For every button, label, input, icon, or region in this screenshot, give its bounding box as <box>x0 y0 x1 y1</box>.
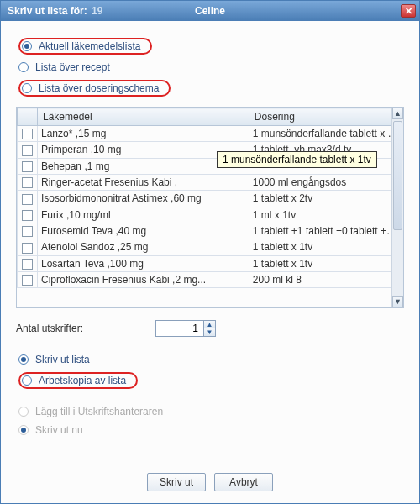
row-checkbox-cell <box>18 158 38 174</box>
row-checkbox[interactable] <box>22 259 33 270</box>
cell-dosage: 1 ml x 1tv <box>249 207 402 223</box>
row-checkbox[interactable] <box>22 194 33 205</box>
cell-medication: Isosorbidmononitrat Astimex ,60 mg <box>38 191 249 207</box>
cancel-button[interactable]: Avbryt <box>214 473 273 491</box>
list-type-radio-group: Aktuell läkemedelslistaLista över recept… <box>16 33 404 102</box>
dialog-content: Aktuell läkemedelslistaLista över recept… <box>1 21 419 503</box>
radio-label: Lägg till i Utskriftshanteraren <box>35 406 163 417</box>
table-row[interactable]: Lanzo* ,15 mg1 munsönderfallande tablett… <box>18 126 403 142</box>
chevron-up-icon: ▲ <box>394 109 402 118</box>
medication-table-body: Lanzo* ,15 mg1 munsönderfallande tablett… <box>18 126 403 288</box>
radio-label: Lista över recept <box>35 61 110 73</box>
table-row[interactable]: Losartan Teva ,100 mg1 tablett x 1tv <box>18 255 403 271</box>
chevron-up-icon: ▲ <box>207 321 213 328</box>
radio-icon <box>22 41 32 51</box>
row-checkbox[interactable] <box>22 275 33 286</box>
table-row[interactable]: Ciprofloxacin Fresenius Kabi ,2 mg...200… <box>18 271 403 287</box>
dispatch-radio-group: Lägg till i UtskriftshanterarenSkriv ut … <box>16 401 404 441</box>
radio-icon <box>18 407 29 417</box>
highlight-circle: Lista över doseringschema <box>18 80 171 97</box>
row-checkbox[interactable] <box>22 177 33 188</box>
row-checkbox-cell <box>18 223 38 239</box>
dosage-tooltip: 1 munsönderfallande tablett x 1tv <box>217 151 377 168</box>
print-button[interactable]: Skriv ut <box>147 473 206 491</box>
output-mode-option-skrivut[interactable]: Skriv ut lista <box>16 352 404 367</box>
cell-medication: Atenolol Sandoz ,25 mg <box>38 239 249 255</box>
radio-icon <box>22 375 32 386</box>
row-checkbox[interactable] <box>22 161 33 172</box>
dialog-footer: Skriv ut Avbryt <box>16 465 404 495</box>
table-row[interactable]: Isosorbidmononitrat Astimex ,60 mg1 tabl… <box>18 191 403 207</box>
col-checkbox <box>18 108 38 126</box>
output-mode-radio-group: Skriv ut listaArbetskopia av lista <box>16 349 404 394</box>
list-type-option-aktuell[interactable]: Aktuell läkemedelslista <box>16 36 404 56</box>
row-checkbox-cell <box>18 174 38 190</box>
row-checkbox[interactable] <box>22 226 33 237</box>
row-checkbox-cell <box>18 255 38 271</box>
radio-icon <box>18 354 29 365</box>
print-count-row: Antal utskrifter: ▲ ▼ <box>16 320 404 337</box>
row-checkbox[interactable] <box>22 243 33 254</box>
table-row[interactable]: Ringer-acetat Fresenius Kabi ,1000 ml en… <box>18 174 403 190</box>
cell-dosage: 1 tablett +1 tablett +0 tablett +0 tabl.… <box>249 223 402 239</box>
cell-dosage: 200 ml kl 8 <box>249 271 402 287</box>
cell-dosage: 1 munsönderfallande tablett x 1tv <box>249 126 402 142</box>
cell-medication: Lanzo* ,15 mg <box>38 126 249 142</box>
scroll-down-button[interactable]: ▼ <box>392 296 403 307</box>
cell-dosage: 1000 ml engångsdos <box>249 174 402 190</box>
print-count-input[interactable] <box>156 321 203 336</box>
title-id: 19 <box>92 5 102 17</box>
close-button[interactable]: ✕ <box>401 4 416 18</box>
scroll-thumb[interactable] <box>393 121 402 230</box>
col-medication[interactable]: Läkemedel <box>38 108 249 126</box>
spinner-up[interactable]: ▲ <box>204 321 215 328</box>
cell-medication: Ringer-acetat Fresenius Kabi , <box>38 174 249 190</box>
radio-label: Skriv ut lista <box>35 354 90 365</box>
output-mode-option-arbetskopia[interactable]: Arbetskopia av lista <box>16 370 404 391</box>
cell-dosage: 1 tablett x 1tv <box>249 255 402 271</box>
radio-icon <box>18 62 29 72</box>
row-checkbox-cell <box>18 239 38 255</box>
print-count-spinner: ▲ ▼ <box>155 320 216 337</box>
row-checkbox-cell <box>18 142 38 158</box>
radio-icon <box>22 83 32 93</box>
cell-medication: Ciprofloxacin Fresenius Kabi ,2 mg... <box>38 271 249 287</box>
table-scrollbar: ▲ ▼ <box>391 108 403 307</box>
chevron-down-icon: ▼ <box>207 328 213 336</box>
title-prefix-text: Skriv ut lista för: <box>8 5 87 17</box>
titlebar: Skriv ut lista för: 19 Celine ✕ <box>1 1 419 21</box>
dispatch-option-hanterare: Lägg till i Utskriftshanteraren <box>16 404 404 419</box>
dispatch-option-nu: Skriv ut nu <box>16 423 404 438</box>
cell-medication: Losartan Teva ,100 mg <box>38 255 249 271</box>
list-type-option-recept[interactable]: Lista över recept <box>16 60 404 75</box>
spinner-down[interactable]: ▼ <box>204 328 215 336</box>
row-checkbox-cell <box>18 126 38 142</box>
col-dosage[interactable]: Dosering <box>249 108 402 126</box>
radio-label: Aktuell läkemedelslista <box>39 40 140 52</box>
chevron-down-icon: ▼ <box>394 297 402 306</box>
radio-label: Skriv ut nu <box>35 424 83 436</box>
row-checkbox[interactable] <box>22 129 33 139</box>
list-type-option-dosering[interactable]: Lista över doseringschema <box>16 78 404 98</box>
table-row[interactable]: Furix ,10 mg/ml1 ml x 1tv <box>18 207 403 223</box>
table-row[interactable]: Atenolol Sandoz ,25 mg1 tablett x 1tv <box>18 239 403 255</box>
row-checkbox[interactable] <box>22 210 33 221</box>
scroll-up-button[interactable]: ▲ <box>392 108 403 119</box>
radio-label: Arbetskopia av lista <box>39 375 126 386</box>
print-list-dialog: Skriv ut lista för: 19 Celine ✕ Aktuell … <box>0 0 420 504</box>
row-checkbox[interactable] <box>22 145 33 156</box>
row-checkbox-cell <box>18 207 38 223</box>
close-icon: ✕ <box>405 6 412 17</box>
row-checkbox-cell <box>18 191 38 207</box>
cell-dosage: 1 tablett x 1tv <box>249 239 402 255</box>
cell-dosage: 1 tablett x 2tv <box>249 191 402 207</box>
print-count-label: Antal utskrifter: <box>16 323 142 334</box>
highlight-circle: Arbetskopia av lista <box>18 372 138 389</box>
row-checkbox-cell <box>18 271 38 287</box>
title-prefix: Skriv ut lista för: 19 <box>8 5 102 17</box>
medication-table-wrap: Läkemedel Dosering Lanzo* ,15 mg1 munsön… <box>16 107 404 308</box>
cell-medication: Furosemid Teva ,40 mg <box>38 223 249 239</box>
radio-label: Lista över doseringschema <box>39 82 159 94</box>
cell-medication: Furix ,10 mg/ml <box>38 207 249 223</box>
table-row[interactable]: Furosemid Teva ,40 mg1 tablett +1 tablet… <box>18 223 403 239</box>
